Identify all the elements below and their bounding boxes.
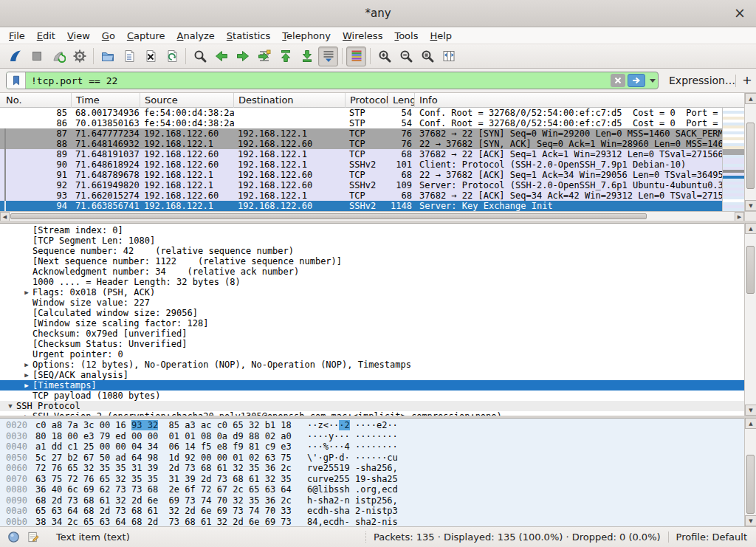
hex-row-0030[interactable]: 003080 18 00 e3 79 ed 00 00 01 01 08 0a …: [0, 431, 744, 442]
scroll-up-arrow[interactable]: ▲: [745, 418, 756, 429]
detail-line[interactable]: 1000 .... = Header Length: 32 bytes (8): [0, 277, 744, 287]
packet-row-91[interactable]: 9171.648789678192.168.122.1192.168.122.6…: [0, 170, 722, 180]
hex-bytes[interactable]: 63 75 72 76 65 32 35 35 31 39 2d 73 68 6…: [35, 474, 292, 485]
expander-collapsed-icon[interactable]: ▶: [21, 287, 32, 297]
filter-history-dropdown[interactable]: [647, 72, 658, 89]
detail-line[interactable]: Checksum: 0x79ed [unverified]: [0, 328, 744, 339]
detail-line[interactable]: Urgent pointer: 0: [0, 349, 744, 359]
scroll-thumb[interactable]: [746, 246, 755, 294]
add-filter-button[interactable]: +: [740, 69, 754, 93]
hex-bytes[interactable]: 80 18 00 e3 79 ed 00 00 01 01 08 0a d9 8…: [35, 431, 292, 442]
scroll-up-arrow[interactable]: ▲: [745, 223, 756, 234]
scroll-thumb[interactable]: [10, 213, 647, 219]
detail-line[interactable]: Window size value: 227: [0, 297, 744, 308]
packet-list-vscrollbar[interactable]: ▲ ▼: [744, 93, 756, 211]
menu-tools[interactable]: Tools: [388, 27, 424, 44]
column-header-source[interactable]: Source: [140, 93, 234, 108]
zoom-in-button[interactable]: [374, 47, 394, 66]
column-header-destination[interactable]: Destination: [234, 93, 346, 108]
scroll-down-arrow[interactable]: ▼: [745, 405, 756, 416]
hex-row-0070[interactable]: 007063 75 72 76 65 32 35 35 31 39 2d 73 …: [0, 474, 744, 485]
scroll-down-arrow[interactable]: ▼: [745, 515, 756, 526]
packet-row-87[interactable]: 8771.647777234192.168.122.60192.168.122.…: [0, 128, 722, 139]
expression-button[interactable]: Expression…: [669, 69, 735, 93]
hex-row-0060[interactable]: 006072 76 65 32 35 35 31 39 2d 73 68 61 …: [0, 463, 744, 474]
detail-line[interactable]: ▶Flags: 0x018 (PSH, ACK): [0, 287, 744, 297]
expander-collapsed-icon[interactable]: ▶: [21, 370, 32, 380]
column-header-length[interactable]: Length: [388, 93, 415, 108]
menu-statistics[interactable]: Statistics: [221, 27, 276, 44]
scroll-down-arrow[interactable]: ▼: [745, 200, 756, 211]
column-header-no[interactable]: No.: [0, 93, 72, 108]
hex-ascii[interactable]: rve25519 -sha256,: [307, 463, 398, 474]
hex-ascii[interactable]: h-sha2-n istp256,: [307, 495, 398, 506]
menu-telephony[interactable]: Telephony: [276, 27, 337, 44]
hex-ascii[interactable]: ecdh-sha 2-nistp3: [307, 506, 398, 517]
expander-expanded-icon[interactable]: ▼: [4, 401, 16, 411]
hex-row-0040[interactable]: 0040a1 dd c1 25 00 00 04 34 06 14 f5 e8 …: [0, 441, 744, 453]
hex-ascii[interactable]: 84,ecdh- sha2-nis: [307, 517, 398, 527]
hex-bytes[interactable]: 5c 27 b2 67 50 ad 64 98 1d 92 00 00 01 0…: [35, 453, 292, 464]
zoom-out-button[interactable]: [396, 47, 416, 66]
hex-ascii[interactable]: 6@libssh .org,ecd: [307, 484, 398, 495]
packet-row-89[interactable]: 8971.648191037192.168.122.60192.168.122.…: [0, 149, 722, 159]
detail-line[interactable]: [Stream index: 0]: [0, 225, 744, 235]
hex-row-00b0[interactable]: 00b038 34 2c 65 63 64 68 2d 73 68 61 32 …: [0, 517, 744, 527]
detail-line[interactable]: ▶[Timestamps]: [0, 380, 744, 391]
detail-line[interactable]: [Calculated window size: 29056]: [0, 308, 744, 318]
detail-line[interactable]: TCP payload (1080 bytes): [0, 391, 744, 401]
scroll-thumb[interactable]: [746, 455, 755, 514]
detail-line[interactable]: [TCP Segment Len: 1080]: [0, 235, 744, 246]
menu-edit[interactable]: Edit: [31, 27, 61, 44]
detail-line[interactable]: Sequence number: 42 (relative sequence n…: [0, 246, 744, 256]
menu-wireless[interactable]: Wireless: [337, 27, 388, 44]
detail-line[interactable]: [Window size scaling factor: 128]: [0, 318, 744, 328]
detail-line[interactable]: ▶[SEQ/ACK analysis]: [0, 370, 744, 380]
packet-row-86[interactable]: 8670.013850163fe:54:00:d4:38:2aSTP54Conf…: [0, 118, 722, 128]
hex-bytes[interactable]: 68 2d 73 68 61 32 2d 6e 69 73 74 70 32 3…: [35, 495, 292, 506]
hex-ascii[interactable]: ····y··· ········: [307, 431, 398, 442]
filter-clear-button[interactable]: [611, 74, 625, 87]
close-window-icon[interactable]: ×: [731, 0, 749, 27]
column-header-protocol[interactable]: Protocol: [346, 93, 388, 108]
display-filter-input[interactable]: !tcp.port == 22: [6, 72, 659, 89]
status-profile[interactable]: Profile: Default: [668, 531, 756, 543]
menu-capture[interactable]: Capture: [121, 27, 171, 44]
capture-options-button[interactable]: [69, 47, 89, 66]
hex-ascii[interactable]: ··z<···2 ····e2··: [307, 420, 398, 431]
colorize-button[interactable]: [346, 47, 366, 66]
detail-line[interactable]: ▶Options: (12 bytes), No-Operation (NOP)…: [0, 359, 744, 370]
hex-row-00a0[interactable]: 00a065 63 64 68 2d 73 68 61 32 2d 6e 69 …: [0, 506, 744, 517]
capture-restart-button[interactable]: [48, 47, 68, 66]
go-back-button[interactable]: [211, 47, 231, 66]
details-vscrollbar[interactable]: ▲ ▼: [744, 223, 756, 416]
go-first-button[interactable]: [275, 47, 295, 66]
hex-row-0020[interactable]: 0020c0 a8 7a 3c 00 16 93 32 85 a3 ac c0 …: [0, 420, 744, 431]
bytes-vscrollbar[interactable]: ▲ ▼: [744, 418, 756, 526]
hex-ascii[interactable]: curve255 19-sha25: [307, 474, 398, 485]
file-close-button[interactable]: [140, 47, 160, 66]
intelligent-scrollbar-minimap[interactable]: [722, 108, 744, 211]
hex-bytes[interactable]: a1 dd c1 25 00 00 04 34 06 14 f5 e8 f9 8…: [35, 441, 292, 453]
hex-row-0050[interactable]: 00505c 27 b2 67 50 ad 64 98 1d 92 00 00 …: [0, 453, 744, 464]
hex-ascii[interactable]: ···%···4 ········: [307, 441, 398, 453]
filter-bookmark-button[interactable]: [7, 72, 26, 89]
go-to-packet-button[interactable]: [254, 47, 274, 66]
hex-bytes[interactable]: 65 63 64 68 2d 73 68 61 32 2d 6e 69 73 7…: [35, 506, 292, 517]
hex-ascii[interactable]: \'·gP·d· ······cu: [307, 453, 398, 464]
expander-collapsed-icon[interactable]: ▶: [21, 380, 32, 391]
hex-bytes[interactable]: 38 34 2c 65 63 64 68 2d 73 68 61 32 2d 6…: [35, 517, 292, 527]
menu-view[interactable]: View: [61, 27, 96, 44]
hex-bytes[interactable]: 72 76 65 32 35 35 31 39 2d 73 68 61 32 3…: [35, 463, 292, 474]
file-open-button[interactable]: [97, 47, 117, 66]
menu-file[interactable]: File: [3, 27, 31, 44]
packet-row-88[interactable]: 8871.648146932192.168.122.1192.168.122.6…: [0, 139, 722, 149]
filter-apply-button[interactable]: [628, 74, 645, 87]
expander-collapsed-icon[interactable]: ▶: [21, 359, 32, 370]
find-packet-button[interactable]: [190, 47, 210, 66]
capture-comment-icon[interactable]: [27, 531, 40, 543]
capture-stop-button[interactable]: [27, 47, 47, 66]
packet-row-90[interactable]: 9071.648618924192.168.122.60192.168.122.…: [0, 159, 722, 170]
packet-row-94[interactable]: 9471.663856741192.168.122.1192.168.122.6…: [0, 201, 722, 211]
hex-row-0090[interactable]: 009068 2d 73 68 61 32 2d 6e 69 73 74 70 …: [0, 495, 744, 506]
